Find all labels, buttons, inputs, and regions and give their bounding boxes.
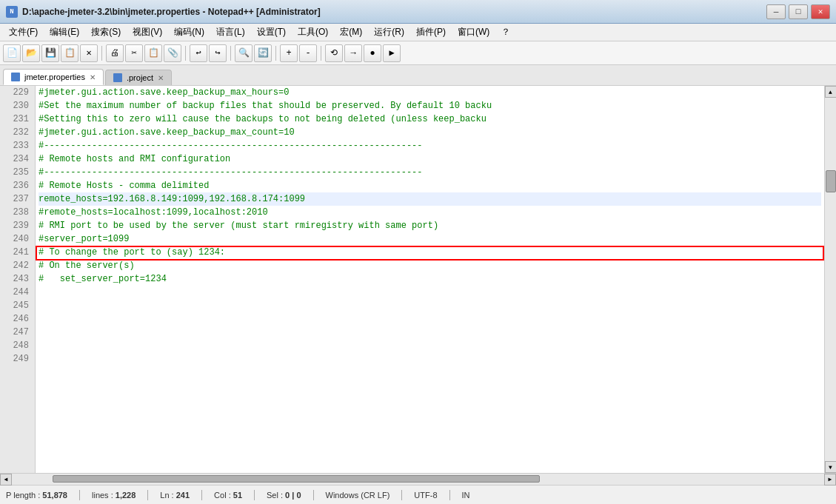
editor-tab[interactable]: .project✕ xyxy=(105,70,172,85)
zoom-in-button[interactable]: + xyxy=(280,44,298,62)
toolbar: 📄 📂 💾 📋 ✕ 🖨 ✂ 📋 📎 ↩ ↪ 🔍 🔄 + - ⟲ → ● ▶ xyxy=(0,41,836,65)
menu-item[interactable]: 编辑(E) xyxy=(44,24,85,40)
line-number: 237 xyxy=(3,192,29,206)
app-icon: N xyxy=(6,6,18,18)
scroll-right-arrow[interactable]: ▶ xyxy=(824,474,836,485)
indent-button[interactable]: → xyxy=(344,44,362,62)
menu-item[interactable]: 设置(T) xyxy=(251,24,292,40)
code-area[interactable]: #jmeter.gui.action.save.keep_backup_max_… xyxy=(36,86,824,473)
code-line: # RMI port to be used by the server (mus… xyxy=(39,219,821,232)
line-number: 233 xyxy=(3,139,29,152)
line-number: 246 xyxy=(3,312,29,326)
line-number: 231 xyxy=(3,112,29,126)
menu-item[interactable]: 视图(V) xyxy=(127,24,168,40)
line-number: 242 xyxy=(3,259,29,272)
ln-label: Ln : 241 xyxy=(160,491,190,500)
sep5 xyxy=(321,46,321,61)
tab-icon xyxy=(113,73,122,82)
close-button[interactable]: ✕ xyxy=(811,4,830,19)
paste-button[interactable]: 📎 xyxy=(164,44,181,62)
editor-tab[interactable]: jmeter.properties✕ xyxy=(3,69,104,85)
tab-close-button[interactable]: ✕ xyxy=(90,73,96,81)
sep3 xyxy=(230,46,231,61)
menu-item[interactable]: 插件(P) xyxy=(410,24,452,40)
sep xyxy=(401,490,402,500)
code-line: #server_port=1099 xyxy=(39,232,821,246)
menu-item[interactable]: 文件(F) xyxy=(3,24,44,40)
scroll-thumb-h[interactable] xyxy=(53,475,540,483)
line-number: 236 xyxy=(3,179,29,192)
editor-container: 2292302312322332342352362372382392402412… xyxy=(0,86,824,473)
menu-item[interactable]: 运行(R) xyxy=(368,24,410,40)
title-bar: N D:\apache-jmeter-3.2\bin\jmeter.proper… xyxy=(0,0,836,24)
sep xyxy=(201,490,202,500)
new-button[interactable]: 📄 xyxy=(3,44,21,62)
menu-bar: 文件(F)编辑(E)搜索(S)视图(V)编码(N)语言(L)设置(T)工具(O)… xyxy=(0,24,836,41)
tab-label: .project xyxy=(127,73,153,82)
scroll-track-v[interactable] xyxy=(825,98,836,461)
code-line: # set_server_port=1234 xyxy=(39,272,821,286)
scroll-up-arrow[interactable]: ▲ xyxy=(825,86,837,98)
menu-item[interactable]: 编码(N) xyxy=(168,24,210,40)
code-line: # On the server(s) xyxy=(39,259,821,272)
code-line: # Remote Hosts - comma delimited xyxy=(39,179,821,192)
menu-item[interactable]: 宏(M) xyxy=(334,24,368,40)
zoom-out-button[interactable]: - xyxy=(299,44,317,62)
line-number: 247 xyxy=(3,326,29,339)
menu-item[interactable]: 搜索(S) xyxy=(85,24,127,40)
code-line: # Remote hosts and RMI configuration xyxy=(39,152,821,166)
horizontal-scrollbar[interactable]: ◀ ▶ xyxy=(0,473,836,485)
code-line: #---------------------------------------… xyxy=(39,139,821,152)
scroll-left-arrow[interactable]: ◀ xyxy=(0,474,12,485)
replace-button[interactable]: 🔄 xyxy=(254,44,272,62)
window-controls: — □ ✕ xyxy=(766,4,830,19)
tab-icon xyxy=(11,73,20,81)
minimize-button[interactable]: — xyxy=(766,4,786,19)
code-line: # To change the port to (say) 1234: xyxy=(39,246,821,259)
open-button[interactable]: 📂 xyxy=(22,44,40,62)
line-number: 245 xyxy=(3,299,29,312)
status-bar: P length : 51,878 lines : 1,228 Ln : 241… xyxy=(0,485,836,504)
line-number: 244 xyxy=(3,286,29,299)
line-numbers: 2292302312322332342352362372382392402412… xyxy=(0,86,36,473)
code-line: #---------------------------------------… xyxy=(39,166,821,179)
wrap-button[interactable]: ⟲ xyxy=(325,44,343,62)
col-label: Col : 51 xyxy=(214,491,242,500)
line-number: 239 xyxy=(3,219,29,232)
encoding: UTF-8 xyxy=(414,491,437,500)
scroll-track-h[interactable] xyxy=(12,474,824,485)
sep xyxy=(79,490,80,500)
close-button2[interactable]: ✕ xyxy=(80,44,98,62)
sep xyxy=(254,490,255,500)
undo-button[interactable]: ↩ xyxy=(190,44,207,62)
sep1 xyxy=(101,46,102,61)
tab-label: jmeter.properties xyxy=(24,73,85,81)
code-line: #jmeter.gui.action.save.keep_backup_max_… xyxy=(39,86,821,99)
redo-button[interactable]: ↪ xyxy=(209,44,227,62)
scroll-down-arrow[interactable]: ▼ xyxy=(825,461,837,473)
macro-button[interactable]: ● xyxy=(364,44,381,62)
find-button[interactable]: 🔍 xyxy=(235,44,253,62)
menu-item[interactable]: 工具(O) xyxy=(292,24,334,40)
sep xyxy=(147,490,148,500)
copy-button[interactable]: 📋 xyxy=(144,44,162,62)
scroll-thumb-v[interactable] xyxy=(826,170,836,192)
cut-button[interactable]: ✂ xyxy=(125,44,143,62)
code-line: #Setting this to zero will cause the bac… xyxy=(39,112,821,126)
print-button[interactable]: 🖨 xyxy=(106,44,124,62)
run-macro-button[interactable]: ▶ xyxy=(383,44,401,62)
window-title: D:\apache-jmeter-3.2\bin\jmeter.properti… xyxy=(22,7,766,17)
menu-item[interactable]: ？ xyxy=(495,24,516,40)
line-number: 232 xyxy=(3,126,29,139)
tab-close-button[interactable]: ✕ xyxy=(158,74,164,82)
menu-item[interactable]: 窗口(W) xyxy=(452,24,495,40)
sep2 xyxy=(185,46,186,61)
vertical-scrollbar[interactable]: ▲ ▼ xyxy=(824,86,836,473)
save-button[interactable]: 💾 xyxy=(41,44,59,62)
line-number: 229 xyxy=(3,86,29,99)
menu-item[interactable]: 语言(L) xyxy=(210,24,251,40)
save-all-button[interactable]: 📋 xyxy=(61,44,78,62)
maximize-button[interactable]: □ xyxy=(789,4,808,19)
line-number: 243 xyxy=(3,272,29,286)
line-number: 238 xyxy=(3,206,29,219)
